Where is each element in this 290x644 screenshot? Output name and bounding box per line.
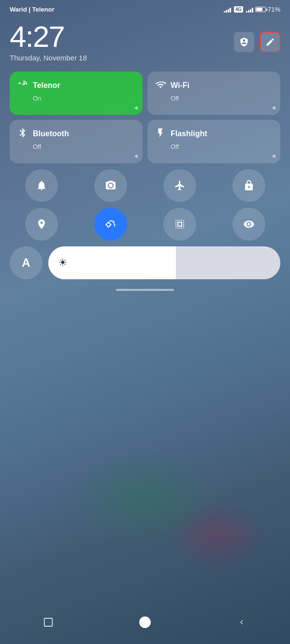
telenor-title: Telenor: [33, 81, 60, 90]
tile-bluetooth[interactable]: Bluetooth Off ◀: [10, 120, 143, 163]
wifi-arrow: ◀: [272, 105, 276, 110]
time-area: 4:27 Thursday, November 18: [10, 17, 280, 72]
home-button[interactable]: [136, 614, 154, 631]
date-display: Thursday, November 18: [10, 54, 87, 62]
bluetooth-icon: [17, 128, 28, 140]
tile-telenor[interactable]: Telenor On ◀: [10, 72, 143, 115]
lock-button[interactable]: [232, 169, 265, 202]
tile-flashlight[interactable]: Flashlight Off ◀: [147, 120, 280, 163]
signal-bars-2: [246, 7, 253, 13]
icon-row-2: [10, 208, 280, 241]
tile-wifi[interactable]: Wi-Fi Off ◀: [147, 72, 280, 115]
control-center: 4:27 Thursday, November 18: [0, 17, 290, 291]
bluetooth-arrow: ◀: [134, 153, 138, 158]
location-button[interactable]: [25, 208, 58, 241]
nav-bar: [0, 605, 290, 644]
recent-apps-button[interactable]: [40, 614, 57, 631]
bell-button[interactable]: [25, 169, 58, 202]
time-actions: [234, 32, 280, 52]
brightness-empty: [176, 246, 280, 279]
status-bar: Warid | Telenor 4G 71%: [0, 0, 290, 17]
carrier-label: Warid | Telenor: [10, 6, 54, 13]
edit-button[interactable]: [260, 32, 280, 52]
flashlight-title: Flashlight: [171, 129, 207, 138]
time-display: 4:27: [10, 22, 87, 52]
screenshot-button[interactable]: [94, 169, 127, 202]
wifi-title: Wi-Fi: [171, 81, 189, 90]
battery-percent: 71%: [268, 6, 280, 13]
battery-icon: [255, 7, 266, 12]
svg-point-1: [140, 617, 150, 628]
scan-button[interactable]: [163, 208, 196, 241]
home-indicator: [116, 289, 174, 291]
airplane-button[interactable]: [163, 169, 196, 202]
bluetooth-title: Bluetooth: [33, 129, 69, 138]
bluetooth-status: Off: [17, 143, 135, 150]
autorotate-button[interactable]: [94, 208, 127, 241]
tiles-grid: Telenor On ◀ Wi-Fi Off ◀: [10, 72, 280, 163]
status-right: 4G 71%: [224, 6, 280, 13]
wifi-status: Off: [155, 95, 273, 102]
brightness-icon: ☀: [58, 257, 68, 269]
font-button[interactable]: A: [10, 246, 43, 279]
network-type-badge: 4G: [234, 6, 243, 13]
telenor-icon: [17, 79, 28, 92]
brightness-slider[interactable]: ☀: [48, 246, 280, 279]
telenor-status: On: [17, 95, 135, 102]
flashlight-icon: [155, 128, 166, 140]
telenor-arrow: ◀: [134, 105, 138, 110]
wifi-icon: [155, 79, 166, 92]
font-label: A: [22, 256, 30, 270]
signal-bars-1: [224, 7, 231, 13]
time-info: 4:27 Thursday, November 18: [10, 22, 87, 62]
security-button[interactable]: [234, 32, 254, 52]
flashlight-arrow: ◀: [272, 153, 276, 158]
svg-rect-0: [44, 618, 53, 627]
bottom-row: A ☀: [10, 246, 280, 279]
flashlight-status: Off: [155, 143, 273, 150]
back-button[interactable]: [233, 614, 250, 631]
icon-row-1: [10, 169, 280, 202]
eye-button[interactable]: [232, 208, 265, 241]
